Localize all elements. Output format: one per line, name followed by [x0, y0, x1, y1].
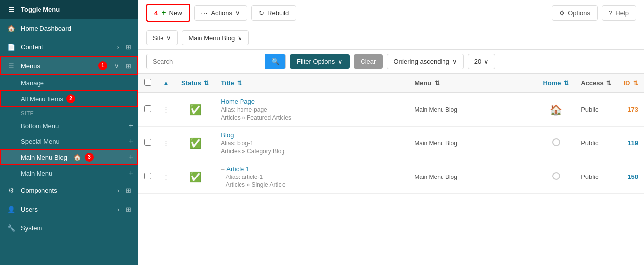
menu-items-table: ▲ Status Title Menu Home: [138, 74, 644, 194]
options-label: Options: [568, 9, 590, 17]
home-active-icon: 🏠: [550, 104, 562, 115]
components-arrow-icon: ›: [117, 187, 119, 194]
sidebar-all-menu-items[interactable]: All Menu Items 2: [0, 90, 138, 107]
home-dashboard-icon: 🏠: [7, 24, 16, 33]
row-access: Public: [575, 92, 617, 127]
row-home-cell: 🏠: [537, 92, 575, 127]
col-status-header[interactable]: Status: [175, 74, 215, 92]
table-wrap: ▲ Status Title Menu Home: [138, 74, 644, 265]
clear-label: Clear: [361, 58, 376, 65]
table-row: ⋮ ✅ Home Page Alias: home-page Articles …: [138, 92, 644, 127]
col-reorder: ▲: [157, 74, 175, 92]
filter-bar: Site ∨ Main Menu Blog ∨: [138, 26, 644, 50]
clear-button[interactable]: Clear: [354, 54, 383, 69]
main-content: 4 + New ··· Actions ∨ ↻ Rebuild ⚙ Option…: [138, 0, 644, 265]
row-checkbox[interactable]: [144, 173, 151, 179]
search-input[interactable]: [147, 54, 265, 69]
col-home-header[interactable]: Home: [537, 74, 575, 92]
sidebar-manage-item[interactable]: Manage: [0, 75, 138, 90]
toggle-menu-label: Toggle Menu: [21, 6, 131, 13]
sidebar-item-system[interactable]: 🔧 System: [0, 219, 138, 237]
table-row: ⋮ ✅ Blog Alias: blog-1 Articles » Catego…: [138, 127, 644, 160]
sidebar-item-menus[interactable]: ☰ Menus 1 ∨ ⊞: [0, 56, 138, 75]
row-drag-handle[interactable]: ⋮: [157, 92, 175, 127]
row-title-link[interactable]: Blog: [221, 132, 234, 139]
row-title-link[interactable]: Article 1: [226, 165, 249, 173]
main-menu-label: Main Menu: [21, 170, 52, 177]
content-label: Content: [21, 44, 112, 51]
help-icon: ?: [609, 9, 612, 17]
col-access-header[interactable]: Access: [575, 74, 617, 92]
row-drag-handle[interactable]: ⋮: [157, 160, 175, 194]
row-drag-handle[interactable]: ⋮: [157, 127, 175, 160]
content-grid-icon: ⊞: [126, 44, 131, 51]
actions-label: Actions: [211, 9, 232, 17]
home-sort-icon: [564, 80, 569, 86]
sidebar-main-menu-blog[interactable]: Main Menu Blog 🏠 3 +: [0, 149, 138, 165]
special-menu-plus-icon[interactable]: +: [129, 137, 133, 146]
special-menu-label: Special Menu: [21, 138, 60, 145]
users-grid-icon: ⊞: [126, 206, 131, 213]
home-radio-icon[interactable]: [552, 172, 560, 180]
col-id-header[interactable]: ID: [617, 74, 644, 92]
ordering-label: Ordering ascending: [393, 58, 449, 65]
row-menu: Main Menu Blog: [408, 92, 537, 127]
row-checkbox[interactable]: [144, 139, 151, 146]
home-radio-icon[interactable]: [552, 138, 560, 146]
search-submit-button[interactable]: 🔍: [265, 54, 285, 69]
actions-button[interactable]: ··· Actions ∨: [194, 5, 247, 21]
sidebar-item-content[interactable]: 📄 Content › ⊞: [0, 38, 138, 56]
row-id: 173: [617, 92, 644, 127]
system-label: System: [21, 224, 131, 232]
sidebar-bottom-menu[interactable]: Bottom Menu +: [0, 118, 138, 133]
sidebar-special-menu[interactable]: Special Menu +: [0, 133, 138, 149]
help-button[interactable]: ? Help: [602, 5, 636, 21]
site-select[interactable]: Site ∨: [146, 30, 178, 45]
rebuild-label: Rebuild: [267, 9, 289, 17]
count-select[interactable]: 20 ∨: [468, 54, 495, 69]
menus-badge: 1: [98, 61, 107, 70]
new-button[interactable]: 4 + New: [146, 4, 190, 22]
main-menu-blog-plus-icon[interactable]: +: [129, 153, 133, 162]
filter-options-chevron-icon: ∨: [338, 58, 343, 65]
bottom-menu-plus-icon[interactable]: +: [129, 121, 133, 130]
row-checkbox[interactable]: [144, 105, 151, 112]
select-all-checkbox[interactable]: [144, 79, 151, 86]
filter-options-button[interactable]: Filter Options ∨: [290, 54, 350, 69]
row-menu: Main Menu Blog: [408, 160, 537, 194]
toggle-icon: ☰: [7, 5, 16, 14]
options-button[interactable]: ⚙ Options: [552, 5, 598, 21]
options-gear-icon: ⚙: [559, 9, 565, 17]
sidebar-main-menu[interactable]: Main Menu +: [0, 165, 138, 181]
status-published-icon: ✅: [189, 138, 201, 149]
sidebar-item-users[interactable]: 👤 Users › ⊞: [0, 200, 138, 219]
row-breadcrumb: Articles » Category Blog: [221, 148, 402, 155]
count-chevron-icon: ∨: [484, 58, 489, 65]
main-menu-plus-icon[interactable]: +: [129, 169, 133, 177]
ordering-select[interactable]: Ordering ascending ∨: [387, 54, 463, 69]
manage-label: Manage: [21, 79, 44, 87]
status-sort-icon: [204, 80, 209, 86]
site-label: Site: [153, 34, 163, 42]
system-icon: 🔧: [7, 223, 16, 232]
toggle-menu-item[interactable]: ☰ Toggle Menu: [0, 0, 138, 19]
sidebar: ☰ Toggle Menu 🏠 Home Dashboard 📄 Content…: [0, 0, 138, 265]
row-id: 119: [617, 127, 644, 160]
col-menu-header[interactable]: Menu: [408, 74, 537, 92]
sidebar-item-home[interactable]: 🏠 Home Dashboard: [0, 19, 138, 38]
col-title-header[interactable]: Title: [215, 74, 408, 92]
bottom-menu-label: Bottom Menu: [21, 122, 59, 130]
all-menu-items-badge: 2: [66, 94, 75, 103]
menu-sort-icon: [435, 80, 440, 86]
toolbar: 4 + New ··· Actions ∨ ↻ Rebuild ⚙ Option…: [138, 0, 644, 26]
home-dashboard-label: Home Dashboard: [21, 25, 131, 32]
id-sort-icon: [633, 80, 638, 86]
actions-chevron-icon: ∨: [235, 9, 240, 17]
main-menu-blog-select[interactable]: Main Menu Blog ∨: [182, 30, 249, 45]
rebuild-button[interactable]: ↻ Rebuild: [251, 5, 296, 21]
row-alias: Alias: home-page: [221, 106, 402, 113]
row-alias: Alias: blog-1: [221, 140, 402, 147]
new-label: New: [169, 9, 182, 17]
row-title-link[interactable]: Home Page: [221, 98, 255, 105]
sidebar-item-components[interactable]: ⚙ Components › ⊞: [0, 181, 138, 200]
